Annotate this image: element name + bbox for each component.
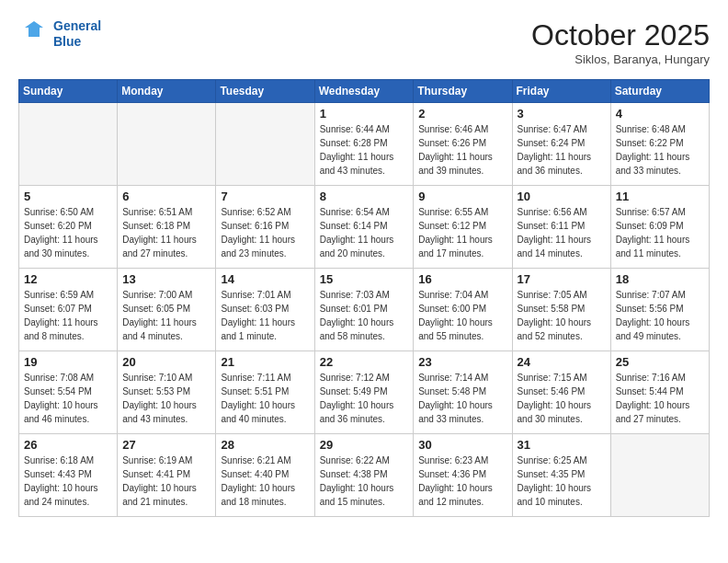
calendar-cell: 18Sunrise: 7:07 AM Sunset: 5:56 PM Dayli… <box>610 269 709 351</box>
day-info: Sunrise: 6:51 AM Sunset: 6:18 PM Dayligh… <box>122 205 210 260</box>
calendar-cell: 13Sunrise: 7:00 AM Sunset: 6:05 PM Dayli… <box>118 269 216 351</box>
calendar-cell: 28Sunrise: 6:21 AM Sunset: 4:40 PM Dayli… <box>216 434 314 517</box>
day-info: Sunrise: 7:12 AM Sunset: 5:49 PM Dayligh… <box>320 371 409 426</box>
day-info: Sunrise: 6:57 AM Sunset: 6:09 PM Dayligh… <box>616 205 704 260</box>
calendar-cell <box>19 103 118 186</box>
calendar-cell: 15Sunrise: 7:03 AM Sunset: 6:01 PM Dayli… <box>314 269 414 351</box>
calendar-cell: 22Sunrise: 7:12 AM Sunset: 5:49 PM Dayli… <box>314 351 414 434</box>
calendar-cell: 24Sunrise: 7:15 AM Sunset: 5:46 PM Dayli… <box>512 351 610 434</box>
calendar-cell: 19Sunrise: 7:08 AM Sunset: 5:54 PM Dayli… <box>19 351 118 434</box>
calendar-cell: 21Sunrise: 7:11 AM Sunset: 5:51 PM Dayli… <box>216 351 314 434</box>
col-friday: Friday <box>512 80 610 103</box>
day-info: Sunrise: 7:15 AM Sunset: 5:46 PM Dayligh… <box>518 371 606 426</box>
day-number: 24 <box>518 355 606 369</box>
day-number: 23 <box>418 355 506 369</box>
day-info: Sunrise: 7:05 AM Sunset: 5:58 PM Dayligh… <box>518 288 606 343</box>
day-number: 30 <box>418 438 506 452</box>
day-number: 3 <box>518 107 606 121</box>
title-block: October 2025 Siklos, Baranya, Hungary <box>531 18 710 66</box>
week-row-4: 19Sunrise: 7:08 AM Sunset: 5:54 PM Dayli… <box>19 351 710 434</box>
day-info: Sunrise: 6:44 AM Sunset: 6:28 PM Dayligh… <box>320 122 409 178</box>
day-info: Sunrise: 6:50 AM Sunset: 6:20 PM Dayligh… <box>24 205 112 260</box>
calendar-cell: 7Sunrise: 6:52 AM Sunset: 6:16 PM Daylig… <box>216 186 314 269</box>
header: General Blue October 2025 Siklos, Barany… <box>18 18 710 66</box>
col-monday: Monday <box>118 80 216 103</box>
day-number: 20 <box>122 355 210 369</box>
day-info: Sunrise: 6:59 AM Sunset: 6:07 PM Dayligh… <box>24 288 112 343</box>
subtitle: Siklos, Baranya, Hungary <box>531 52 710 66</box>
day-info: Sunrise: 6:46 AM Sunset: 6:26 PM Dayligh… <box>418 122 506 178</box>
calendar-cell: 16Sunrise: 7:04 AM Sunset: 6:00 PM Dayli… <box>414 269 512 351</box>
day-info: Sunrise: 6:18 AM Sunset: 4:43 PM Dayligh… <box>24 454 112 509</box>
calendar-cell: 23Sunrise: 7:14 AM Sunset: 5:48 PM Dayli… <box>414 351 512 434</box>
week-row-1: 1Sunrise: 6:44 AM Sunset: 6:28 PM Daylig… <box>19 103 710 186</box>
month-title: October 2025 <box>531 18 710 52</box>
day-number: 26 <box>24 438 112 452</box>
day-info: Sunrise: 7:10 AM Sunset: 5:53 PM Dayligh… <box>122 371 210 426</box>
day-number: 13 <box>122 272 210 286</box>
logo-line2: Blue <box>53 34 101 50</box>
logo-icon <box>18 18 50 50</box>
calendar-cell: 25Sunrise: 7:16 AM Sunset: 5:44 PM Dayli… <box>610 351 709 434</box>
calendar-table: Sunday Monday Tuesday Wednesday Thursday… <box>18 79 710 517</box>
calendar-cell: 29Sunrise: 6:22 AM Sunset: 4:38 PM Dayli… <box>314 434 414 517</box>
day-info: Sunrise: 6:54 AM Sunset: 6:14 PM Dayligh… <box>320 205 409 260</box>
calendar-cell: 4Sunrise: 6:48 AM Sunset: 6:22 PM Daylig… <box>610 103 709 186</box>
col-saturday: Saturday <box>610 80 709 103</box>
col-thursday: Thursday <box>414 80 512 103</box>
day-number: 29 <box>320 438 409 452</box>
calendar-header-row: Sunday Monday Tuesday Wednesday Thursday… <box>19 80 710 103</box>
logo: General Blue <box>18 18 101 50</box>
calendar-body: 1Sunrise: 6:44 AM Sunset: 6:28 PM Daylig… <box>19 103 710 517</box>
day-number: 28 <box>221 438 309 452</box>
calendar-cell: 12Sunrise: 6:59 AM Sunset: 6:07 PM Dayli… <box>19 269 118 351</box>
day-number: 25 <box>616 355 704 369</box>
week-row-2: 5Sunrise: 6:50 AM Sunset: 6:20 PM Daylig… <box>19 186 710 269</box>
day-info: Sunrise: 7:16 AM Sunset: 5:44 PM Dayligh… <box>616 371 704 426</box>
day-info: Sunrise: 6:19 AM Sunset: 4:41 PM Dayligh… <box>122 454 210 509</box>
calendar-cell: 14Sunrise: 7:01 AM Sunset: 6:03 PM Dayli… <box>216 269 314 351</box>
day-info: Sunrise: 6:55 AM Sunset: 6:12 PM Dayligh… <box>418 205 506 260</box>
calendar-cell: 20Sunrise: 7:10 AM Sunset: 5:53 PM Dayli… <box>118 351 216 434</box>
day-number: 17 <box>518 272 606 286</box>
day-number: 9 <box>418 190 506 203</box>
day-info: Sunrise: 7:14 AM Sunset: 5:48 PM Dayligh… <box>418 371 506 426</box>
day-number: 10 <box>518 190 606 203</box>
day-number: 21 <box>221 355 309 369</box>
week-row-3: 12Sunrise: 6:59 AM Sunset: 6:07 PM Dayli… <box>19 269 710 351</box>
col-tuesday: Tuesday <box>216 80 314 103</box>
day-number: 19 <box>24 355 112 369</box>
day-number: 22 <box>320 355 409 369</box>
day-number: 4 <box>616 107 704 121</box>
calendar-cell: 27Sunrise: 6:19 AM Sunset: 4:41 PM Dayli… <box>118 434 216 517</box>
calendar-cell: 3Sunrise: 6:47 AM Sunset: 6:24 PM Daylig… <box>512 103 610 186</box>
day-info: Sunrise: 7:07 AM Sunset: 5:56 PM Dayligh… <box>616 288 704 343</box>
day-number: 8 <box>320 190 409 203</box>
col-wednesday: Wednesday <box>314 80 414 103</box>
calendar-cell: 17Sunrise: 7:05 AM Sunset: 5:58 PM Dayli… <box>512 269 610 351</box>
calendar-cell: 30Sunrise: 6:23 AM Sunset: 4:36 PM Dayli… <box>414 434 512 517</box>
day-number: 2 <box>418 107 506 121</box>
day-info: Sunrise: 7:03 AM Sunset: 6:01 PM Dayligh… <box>320 288 409 343</box>
day-number: 12 <box>24 272 112 286</box>
calendar-cell: 6Sunrise: 6:51 AM Sunset: 6:18 PM Daylig… <box>118 186 216 269</box>
day-info: Sunrise: 7:11 AM Sunset: 5:51 PM Dayligh… <box>221 371 309 426</box>
day-number: 18 <box>616 272 704 286</box>
col-sunday: Sunday <box>19 80 118 103</box>
calendar-cell <box>216 103 314 186</box>
day-number: 1 <box>320 107 409 121</box>
day-number: 14 <box>221 272 309 286</box>
day-number: 6 <box>122 190 210 203</box>
calendar-cell: 31Sunrise: 6:25 AM Sunset: 4:35 PM Dayli… <box>512 434 610 517</box>
day-number: 27 <box>122 438 210 452</box>
calendar-cell: 10Sunrise: 6:56 AM Sunset: 6:11 PM Dayli… <box>512 186 610 269</box>
day-info: Sunrise: 6:22 AM Sunset: 4:38 PM Dayligh… <box>320 454 409 509</box>
day-number: 16 <box>418 272 506 286</box>
day-info: Sunrise: 7:08 AM Sunset: 5:54 PM Dayligh… <box>24 371 112 426</box>
day-number: 15 <box>320 272 409 286</box>
day-info: Sunrise: 6:56 AM Sunset: 6:11 PM Dayligh… <box>518 205 606 260</box>
day-number: 5 <box>24 190 112 203</box>
day-number: 31 <box>518 438 606 452</box>
day-info: Sunrise: 6:47 AM Sunset: 6:24 PM Dayligh… <box>518 122 606 178</box>
day-info: Sunrise: 6:23 AM Sunset: 4:36 PM Dayligh… <box>418 454 506 509</box>
